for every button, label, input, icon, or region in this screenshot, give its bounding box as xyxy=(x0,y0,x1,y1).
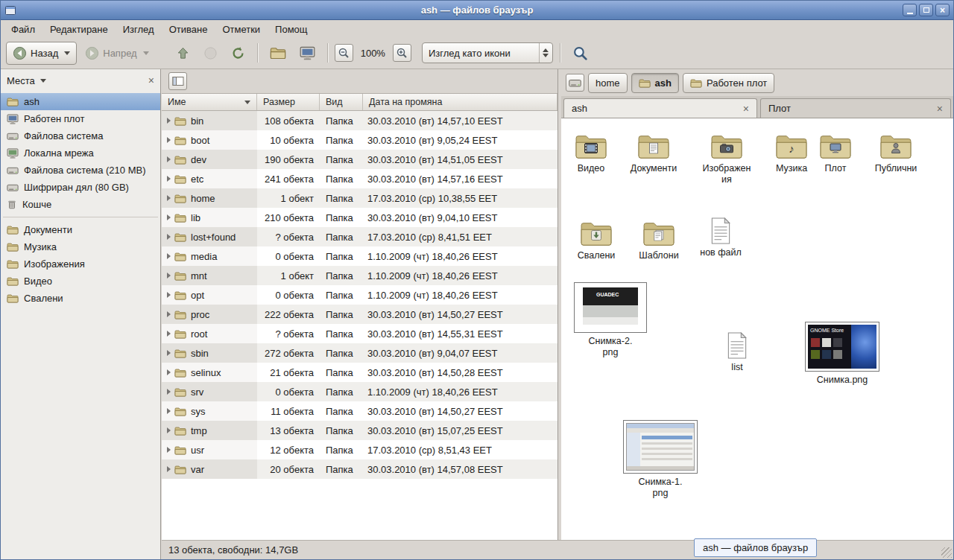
expander-icon[interactable] xyxy=(167,331,171,337)
file-item-snimka-2[interactable]: GUADEC Снимка-2. png xyxy=(572,282,649,358)
sidebar-title[interactable]: Места xyxy=(7,75,35,86)
tab-close-icon[interactable]: × xyxy=(937,103,943,115)
table-row[interactable]: srv0 обектаПапка1.10.2009 (чт) 18,40,26 … xyxy=(162,382,557,401)
sidebar-item[interactable]: Кошче xyxy=(1,196,160,213)
stop-button[interactable] xyxy=(198,42,223,65)
folder-item-video[interactable]: Видео xyxy=(561,129,622,174)
tab-plot[interactable]: Плот × xyxy=(760,98,951,118)
table-row[interactable]: tmp13 обектаПапка30.03.2010 (вт) 15,07,2… xyxy=(162,421,557,440)
expander-icon[interactable] xyxy=(167,176,171,182)
path-button-home[interactable]: home xyxy=(588,73,628,93)
column-header-name[interactable]: Име xyxy=(162,94,257,110)
table-row[interactable]: opt0 обектаПапка1.10.2009 (чт) 18,40,26 … xyxy=(162,285,557,305)
expander-icon[interactable] xyxy=(167,118,171,124)
sidebar-item[interactable]: Документи xyxy=(1,221,160,238)
back-button[interactable]: Назад xyxy=(6,42,77,65)
sidebar-item[interactable]: Шифриран дял (80 GB) xyxy=(1,179,160,196)
table-row[interactable]: var20 обектаПапка30.03.2010 (вт) 14,57,0… xyxy=(162,459,557,479)
sidebar-item[interactable]: ash xyxy=(1,93,160,110)
menu-item[interactable]: Редактиране xyxy=(42,21,116,37)
sidebar-close-button[interactable]: × xyxy=(148,74,154,86)
computer-button[interactable] xyxy=(294,42,320,65)
expander-icon[interactable] xyxy=(167,214,171,220)
resize-grip[interactable] xyxy=(941,547,952,558)
file-item-snimka-1[interactable]: Снимка-1. png xyxy=(621,420,700,499)
expander-icon[interactable] xyxy=(167,369,171,375)
expander-icon[interactable] xyxy=(167,292,171,298)
table-row[interactable]: media0 обектаПапка1.10.2009 (чт) 18,40,2… xyxy=(162,246,557,266)
expander-icon[interactable] xyxy=(167,311,171,317)
table-row[interactable]: lib210 обектаПапка30.03.2010 (вт) 9,04,1… xyxy=(162,208,557,227)
menu-item[interactable]: Помощ xyxy=(268,21,315,37)
toggle-location-entry-button[interactable] xyxy=(168,72,187,90)
folder-item-documents[interactable]: Документи xyxy=(622,129,685,174)
home-button[interactable] xyxy=(265,42,291,65)
separator xyxy=(3,217,158,217)
expander-icon[interactable] xyxy=(167,234,171,240)
table-row[interactable]: bin108 обектаПапка30.03.2010 (вт) 14,57,… xyxy=(162,111,557,130)
file-item-snimka[interactable]: GNOME Store Снимка.png xyxy=(803,322,882,386)
sidebar-item[interactable]: Локална мрежа xyxy=(1,144,160,162)
expander-icon[interactable] xyxy=(167,253,171,259)
expander-icon[interactable] xyxy=(167,195,171,201)
table-row[interactable]: proc222 обектаПапка30.03.2010 (вт) 14,50… xyxy=(162,305,557,324)
tab-ash[interactable]: ash × xyxy=(563,98,757,118)
folder-item-images[interactable]: Изображен ия xyxy=(695,129,758,185)
menu-item[interactable]: Изглед xyxy=(116,21,162,37)
date-cell: 17.03.2010 (ср) 8,51,43 EET xyxy=(363,440,557,459)
sidebar-item[interactable]: Работен плот xyxy=(1,110,160,127)
table-row[interactable]: dev190 обектаПапка30.03.2010 (вт) 14,51,… xyxy=(162,150,557,169)
up-button[interactable] xyxy=(171,42,195,65)
sidebar-item[interactable]: Свалени xyxy=(1,290,160,307)
search-button[interactable] xyxy=(567,42,593,65)
reload-button[interactable] xyxy=(226,42,250,65)
table-row[interactable]: lost+found? обектаПапка17.03.2010 (ср) 8… xyxy=(162,227,557,246)
table-row[interactable]: sys11 обектаПапка30.03.2010 (вт) 14,50,2… xyxy=(162,401,557,421)
zoom-out-button[interactable] xyxy=(335,44,353,62)
expander-icon[interactable] xyxy=(167,350,171,356)
expander-icon[interactable] xyxy=(167,408,171,414)
view-mode-selector[interactable]: Изглед като икони xyxy=(422,42,553,63)
expander-icon[interactable] xyxy=(167,389,171,395)
path-button-ash[interactable]: ash xyxy=(631,73,679,93)
expander-icon[interactable] xyxy=(167,156,171,162)
minimize-button[interactable] xyxy=(903,4,917,16)
expander-icon[interactable] xyxy=(167,427,171,433)
close-button[interactable]: × xyxy=(935,4,950,16)
menu-item[interactable]: Отметки xyxy=(215,21,268,37)
forward-button[interactable]: Напред xyxy=(80,42,154,65)
sidebar-item[interactable]: Файлова система xyxy=(1,127,160,144)
sidebar-item[interactable]: Видео xyxy=(1,273,160,290)
maximize-button[interactable] xyxy=(919,4,933,16)
folder-item-downloads[interactable]: Свалени xyxy=(565,216,628,261)
table-row[interactable]: home1 обектПапка17.03.2010 (ср) 10,38,55… xyxy=(162,188,557,208)
folder-item-public[interactable]: Публични xyxy=(865,129,927,174)
sidebar-item[interactable]: Изображения xyxy=(1,255,160,273)
table-row[interactable]: mnt1 обектПапка1.10.2009 (чт) 18,40,26 E… xyxy=(162,266,557,285)
sidebar-item[interactable]: Музика xyxy=(1,238,160,255)
menu-item[interactable]: Отиване xyxy=(162,21,215,37)
file-item-list[interactable]: list xyxy=(706,332,768,373)
table-row[interactable]: selinux21 обектаПапка30.03.2010 (вт) 14,… xyxy=(162,363,557,382)
file-item-new-file[interactable]: нов файл xyxy=(689,216,752,258)
table-row[interactable]: root? обектаПапка30.03.2010 (вт) 14,55,3… xyxy=(162,324,557,343)
folder-item-desktop[interactable]: Плот xyxy=(810,129,861,174)
path-button-desktop[interactable]: Работен плот xyxy=(683,73,774,93)
expander-icon[interactable] xyxy=(167,137,171,143)
column-header-date[interactable]: Дата на промяна xyxy=(363,94,557,110)
zoom-in-button[interactable] xyxy=(393,44,411,62)
tab-close-icon[interactable]: × xyxy=(743,103,749,115)
path-root-button[interactable] xyxy=(566,74,584,92)
table-row[interactable]: sbin272 обектаПапка30.03.2010 (вт) 9,04,… xyxy=(162,343,557,363)
menu-item[interactable]: Файл xyxy=(4,21,42,37)
expander-icon[interactable] xyxy=(167,466,171,472)
table-row[interactable]: boot10 обектаПапка30.03.2010 (вт) 9,05,2… xyxy=(162,130,557,150)
table-row[interactable]: usr12 обектаПапка17.03.2010 (ср) 8,51,43… xyxy=(162,440,557,459)
column-header-size[interactable]: Размер xyxy=(257,94,320,110)
folder-item-templates[interactable]: Шаблони xyxy=(628,216,690,261)
sidebar-item[interactable]: Файлова система (210 MB) xyxy=(1,162,160,179)
expander-icon[interactable] xyxy=(167,447,171,453)
column-header-type[interactable]: Вид xyxy=(320,94,363,110)
table-row[interactable]: etc241 обектаПапка30.03.2010 (вт) 14,57,… xyxy=(162,169,557,188)
expander-icon[interactable] xyxy=(167,273,171,279)
